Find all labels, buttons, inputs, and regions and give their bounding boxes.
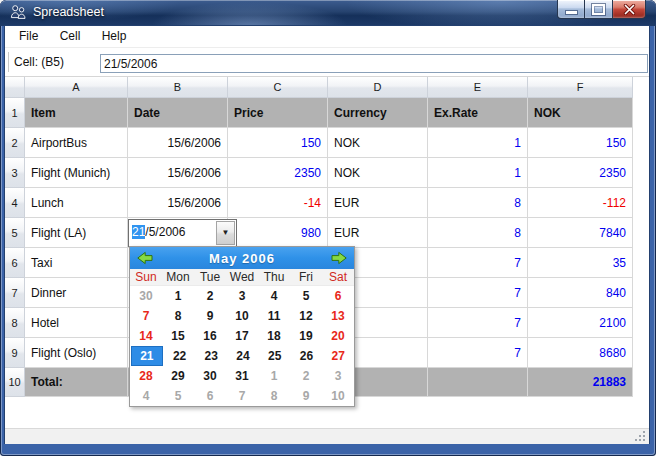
cell-F9[interactable]: 8680 xyxy=(528,338,633,368)
calendar-day-2[interactable]: 2 xyxy=(290,366,322,386)
cell-D4[interactable]: EUR xyxy=(328,188,428,218)
minimize-button[interactable] xyxy=(557,0,585,19)
row-header-4[interactable]: 4 xyxy=(5,188,25,218)
calendar-day-23[interactable]: 23 xyxy=(195,346,227,366)
cell-D5[interactable]: EUR xyxy=(328,218,428,248)
menu-cell[interactable]: Cell xyxy=(51,26,90,46)
cell-A4[interactable]: Lunch xyxy=(25,188,128,218)
calendar-day-27[interactable]: 27 xyxy=(322,346,354,366)
calendar-day-13[interactable]: 13 xyxy=(322,306,354,326)
calendar-day-28[interactable]: 28 xyxy=(130,366,162,386)
calendar-day-6[interactable]: 6 xyxy=(194,386,226,406)
calendar-day-3[interactable]: 3 xyxy=(226,286,258,306)
calendar-next-button[interactable] xyxy=(329,250,349,266)
cell-C5[interactable]: 980 xyxy=(228,218,328,248)
cell-E9[interactable]: 7 xyxy=(428,338,528,368)
calendar-day-4[interactable]: 4 xyxy=(258,286,290,306)
row-header-5[interactable]: 5 xyxy=(5,218,25,248)
column-header-D[interactable]: D xyxy=(328,77,428,98)
titlebar[interactable]: Spreadsheet xyxy=(0,0,656,26)
cell-E5[interactable]: 8 xyxy=(428,218,528,248)
calendar-day-9[interactable]: 9 xyxy=(194,306,226,326)
calendar-day-31[interactable]: 31 xyxy=(226,366,258,386)
calendar-day-12[interactable]: 12 xyxy=(290,306,322,326)
cell-E1[interactable]: Ex.Rate xyxy=(428,98,528,128)
resize-grip-icon[interactable] xyxy=(634,431,646,442)
corner-header-cell[interactable] xyxy=(5,77,25,98)
row-header-7[interactable]: 7 xyxy=(5,278,25,308)
row-header-10[interactable]: 10 xyxy=(5,368,25,397)
calendar-day-1[interactable]: 1 xyxy=(162,286,194,306)
cell-F6[interactable]: 35 xyxy=(528,248,633,278)
calendar-day-4[interactable]: 4 xyxy=(130,386,162,406)
cell-A9[interactable]: Flight (Oslo) xyxy=(25,338,128,368)
cell-F3[interactable]: 2350 xyxy=(528,158,633,188)
cell-A6[interactable]: Taxi xyxy=(25,248,128,278)
cell-E3[interactable]: 1 xyxy=(428,158,528,188)
cell-F10[interactable]: 21883 xyxy=(528,368,633,397)
cell-B1[interactable]: Date xyxy=(128,98,228,128)
cell-D2[interactable]: NOK xyxy=(328,128,428,158)
calendar-day-29[interactable]: 29 xyxy=(162,366,194,386)
cell-E10[interactable] xyxy=(428,368,528,397)
cell-F8[interactable]: 2100 xyxy=(528,308,633,338)
cell-F5[interactable]: 7840 xyxy=(528,218,633,248)
cell-C3[interactable]: 2350 xyxy=(228,158,328,188)
cell-C4[interactable]: -14 xyxy=(228,188,328,218)
cell-E8[interactable]: 7 xyxy=(428,308,528,338)
row-header-1[interactable]: 1 xyxy=(5,98,25,128)
calendar-day-10[interactable]: 10 xyxy=(322,386,354,406)
cell-A5[interactable]: Flight (LA) xyxy=(25,218,128,248)
row-header-2[interactable]: 2 xyxy=(5,128,25,158)
calendar-day-11[interactable]: 11 xyxy=(258,306,290,326)
calendar-day-3[interactable]: 3 xyxy=(322,366,354,386)
toolbar-grip[interactable] xyxy=(8,52,13,72)
calendar-day-5[interactable]: 5 xyxy=(162,386,194,406)
calendar-day-26[interactable]: 26 xyxy=(291,346,323,366)
calendar-day-8[interactable]: 8 xyxy=(258,386,290,406)
row-header-3[interactable]: 3 xyxy=(5,158,25,188)
calendar-day-24[interactable]: 24 xyxy=(227,346,259,366)
cell-A1[interactable]: Item xyxy=(25,98,128,128)
calendar-day-16[interactable]: 16 xyxy=(194,326,226,346)
column-header-E[interactable]: E xyxy=(428,77,528,98)
calendar-day-7[interactable]: 7 xyxy=(130,306,162,326)
cell-A10[interactable]: Total: xyxy=(25,368,128,397)
calendar-day-22[interactable]: 22 xyxy=(164,346,196,366)
cell-value-input[interactable] xyxy=(100,54,648,73)
cell-C1[interactable]: Price xyxy=(228,98,328,128)
cell-A7[interactable]: Dinner xyxy=(25,278,128,308)
calendar-day-10[interactable]: 10 xyxy=(226,306,258,326)
close-button[interactable] xyxy=(613,0,646,19)
calendar-day-21-selected[interactable]: 21 xyxy=(131,346,163,366)
cell-E4[interactable]: 8 xyxy=(428,188,528,218)
cell-E6[interactable]: 7 xyxy=(428,248,528,278)
column-header-F[interactable]: F xyxy=(528,77,633,98)
calendar-day-5[interactable]: 5 xyxy=(290,286,322,306)
cell-F7[interactable]: 840 xyxy=(528,278,633,308)
cell-B3[interactable]: 15/6/2006 xyxy=(128,158,228,188)
calendar-day-17[interactable]: 17 xyxy=(226,326,258,346)
cell-D3[interactable]: NOK xyxy=(328,158,428,188)
maximize-button[interactable] xyxy=(585,0,613,19)
cell-F4[interactable]: -112 xyxy=(528,188,633,218)
cell-F1[interactable]: NOK xyxy=(528,98,633,128)
cell-E7[interactable]: 7 xyxy=(428,278,528,308)
column-header-B[interactable]: B xyxy=(128,77,228,98)
calendar-day-30[interactable]: 30 xyxy=(194,366,226,386)
cell-A3[interactable]: Flight (Munich) xyxy=(25,158,128,188)
calendar-day-8[interactable]: 8 xyxy=(162,306,194,326)
combo-dropdown-button[interactable]: ▼ xyxy=(216,221,235,245)
calendar-day-25[interactable]: 25 xyxy=(259,346,291,366)
calendar-day-20[interactable]: 20 xyxy=(322,326,354,346)
calendar-day-18[interactable]: 18 xyxy=(258,326,290,346)
cell-A8[interactable]: Hotel xyxy=(25,308,128,338)
calendar-day-1[interactable]: 1 xyxy=(258,366,290,386)
calendar-day-6[interactable]: 6 xyxy=(322,286,354,306)
date-combo-editor[interactable]: 21/5/2006 ▼ xyxy=(128,219,237,247)
calendar-day-19[interactable]: 19 xyxy=(290,326,322,346)
cell-B4[interactable]: 15/6/2006 xyxy=(128,188,228,218)
menu-help[interactable]: Help xyxy=(93,26,136,46)
row-header-8[interactable]: 8 xyxy=(5,308,25,338)
cell-D1[interactable]: Currency xyxy=(328,98,428,128)
